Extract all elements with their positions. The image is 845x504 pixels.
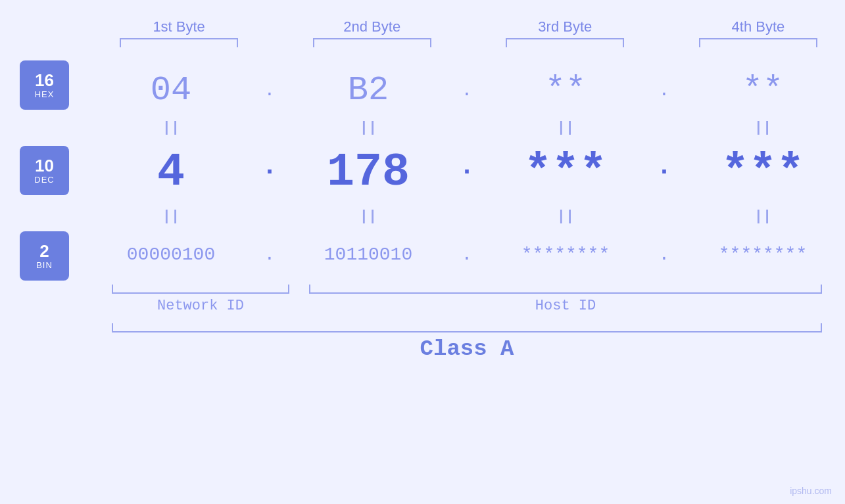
- equals-8: ||: [674, 208, 845, 225]
- equals-row-1: || || || ||: [82, 116, 845, 139]
- bin-dot-3: .: [654, 244, 674, 265]
- hex-dot-2: .: [457, 80, 477, 101]
- top-bracket-3: [506, 38, 624, 47]
- host-id-bracket-container: Host ID: [309, 285, 822, 314]
- bin-dot-2: .: [457, 244, 477, 265]
- bin-v3: ********: [477, 244, 654, 265]
- bracket-cell-3: [478, 38, 652, 47]
- watermark: ipshu.com: [790, 486, 832, 496]
- spacer-dot-1: [289, 285, 309, 314]
- class-label: Class A: [112, 336, 822, 361]
- content-area: 16 HEX 10 DEC 2 BIN 04 .: [0, 60, 845, 281]
- byte2-header: 2nd Byte: [285, 18, 459, 35]
- class-bracket: [112, 323, 822, 332]
- dec-number: 10: [35, 156, 54, 175]
- equals-1: ||: [82, 120, 260, 136]
- bracket-cell-2: [285, 38, 459, 47]
- byte1-header: 1st Byte: [92, 18, 266, 35]
- bin-dot-1: .: [260, 244, 279, 265]
- bin-row: 00000100 . 10110010 . ******** .: [82, 228, 845, 281]
- dec-dot-2: ·: [457, 159, 477, 185]
- byte3-header: 3rd Byte: [478, 18, 652, 35]
- bin-v2: 10110010: [279, 244, 457, 265]
- hex-number: 16: [35, 71, 54, 90]
- host-id-bracket: [309, 285, 822, 294]
- bottom-bracket-row: Network ID Host ID: [112, 285, 822, 314]
- hex-dot-3: .: [654, 80, 674, 101]
- equals-2: ||: [279, 120, 457, 136]
- hex-dot-1: .: [260, 80, 279, 101]
- network-id-bracket-container: Network ID: [112, 285, 289, 314]
- host-id-label: Host ID: [309, 298, 822, 314]
- hex-v2: B2: [279, 71, 457, 110]
- bin-badge: 2 BIN: [20, 231, 69, 281]
- values-grid: 04 . B2 . ** . **: [82, 60, 845, 281]
- bin-v1: 00000100: [82, 244, 260, 265]
- dec-row: 4 · 178 · *** · ***: [82, 139, 845, 205]
- main-container: 1st Byte 2nd Byte 3rd Byte 4th Byte 16: [0, 0, 845, 504]
- hex-row: 04 . B2 . ** . **: [82, 64, 845, 116]
- bin-v4: ********: [674, 244, 845, 265]
- equals-5: ||: [82, 208, 260, 225]
- dec-label: DEC: [34, 175, 54, 185]
- bin-label: BIN: [36, 260, 53, 270]
- hex-v3: **: [477, 71, 654, 110]
- equals-3: ||: [477, 120, 654, 136]
- byte-headers: 1st Byte 2nd Byte 3rd Byte 4th Byte: [0, 0, 845, 35]
- dec-dot-3: ·: [654, 159, 674, 185]
- hex-v4: **: [674, 71, 845, 110]
- top-bracket-2: [313, 38, 431, 47]
- byte4-header: 4th Byte: [671, 18, 845, 35]
- network-id-label: Network ID: [112, 298, 289, 314]
- dec-badge: 10 DEC: [20, 146, 69, 195]
- base-labels-column: 16 HEX 10 DEC 2 BIN: [20, 60, 69, 281]
- hex-label: HEX: [35, 89, 55, 99]
- equals-4: ||: [674, 120, 845, 136]
- bracket-cell-1: [92, 38, 266, 47]
- top-bracket-4: [699, 38, 817, 47]
- class-bracket-container: Class A: [0, 323, 845, 361]
- bin-number: 2: [39, 242, 49, 261]
- class-bracket-inner: Class A: [112, 323, 822, 361]
- top-bracket-1: [120, 38, 238, 47]
- hex-badge: 16 HEX: [20, 60, 69, 110]
- dec-v3: ***: [477, 147, 654, 198]
- dec-dot-1: ·: [260, 159, 279, 185]
- bottom-brackets-container: Network ID Host ID: [0, 285, 845, 314]
- equals-row-2: || || || ||: [82, 205, 845, 228]
- equals-6: ||: [279, 208, 457, 225]
- dec-v1: 4: [82, 147, 260, 198]
- dec-v4: ***: [674, 147, 845, 198]
- dec-v2: 178: [279, 147, 457, 198]
- top-bracket-row: [0, 38, 845, 47]
- bracket-cell-4: [671, 38, 845, 47]
- network-id-bracket: [112, 285, 289, 294]
- equals-7: ||: [477, 208, 654, 225]
- hex-v1: 04: [82, 71, 260, 110]
